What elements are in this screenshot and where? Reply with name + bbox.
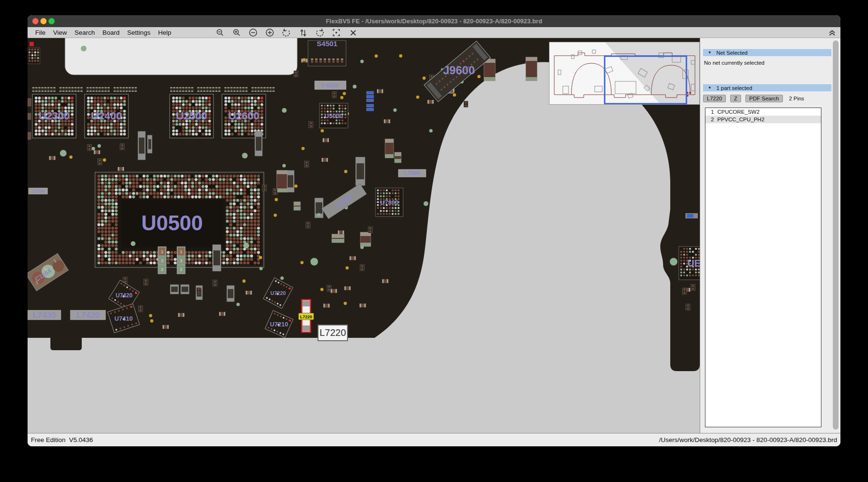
edition-version-label: Free Edition V5.0436 <box>31 436 93 443</box>
pin-net-name: CPUCORE_SW2 <box>717 109 760 115</box>
component-L7700: L7700 <box>29 188 48 194</box>
menu-search[interactable]: Search <box>71 29 99 36</box>
component-UE: UE <box>679 246 700 280</box>
main-content: U2300U2400U2500U2600U0500132132S4501J960… <box>28 38 840 433</box>
zoom-increase-icon[interactable] <box>265 28 274 37</box>
zoom-decrease-icon[interactable] <box>249 28 258 37</box>
zoom-out-icon[interactable] <box>215 28 224 37</box>
part-selected-header[interactable]: ▼ 1 part selected <box>703 84 831 91</box>
rotate-ccw-icon[interactable] <box>282 28 291 37</box>
flip-vertical-icon[interactable] <box>299 28 308 37</box>
svg-text:S4501: S4501 <box>317 39 337 48</box>
board-minimap[interactable] <box>549 42 700 105</box>
pin-number: 2 <box>705 117 714 122</box>
component-U5000: U5000 <box>319 103 348 128</box>
svg-text:UE: UE <box>687 258 700 268</box>
svg-text:L7960: L7960 <box>404 170 420 177</box>
component-L7430: L7430 <box>28 310 61 320</box>
svg-text:F4500: F4500 <box>322 82 339 89</box>
component-S4501: S4501 <box>308 39 346 66</box>
menu-bar: FileViewSearchBoardSettingsHelp <box>28 27 840 38</box>
svg-text:1: 1 <box>161 249 163 254</box>
net-selected-body: No net currently selected <box>703 56 840 84</box>
svg-text:3: 3 <box>180 258 182 263</box>
svg-text:L7700: L7700 <box>32 189 44 194</box>
collapse-triangle-icon: ▼ <box>708 50 712 55</box>
part-z-button[interactable]: Z <box>730 95 741 102</box>
pin-strip: 132 <box>177 246 185 274</box>
pin-net-name: PPVCC_CPU_PH2 <box>717 117 764 122</box>
pdf-search-button[interactable]: PDF Search <box>745 95 783 102</box>
svg-text:U2600: U2600 <box>229 110 260 122</box>
svg-text:U7800: U7800 <box>380 199 398 206</box>
menu-items: FileViewSearchBoardSettingsHelp <box>28 29 175 36</box>
component-U7800: U7800 <box>376 188 403 216</box>
svg-text:U7410: U7410 <box>115 315 133 322</box>
svg-text:U7220: U7220 <box>270 290 286 296</box>
net-selected-header[interactable]: ▼ Net Selected <box>703 49 831 56</box>
svg-text:U5000: U5000 <box>325 112 343 119</box>
svg-text:3: 3 <box>161 258 163 263</box>
desktop-background: FlexBV5 FE - /Users/work/Desktop/820-009… <box>0 0 868 482</box>
pins-count-label: 2 Pins <box>789 96 804 101</box>
svg-text:U2300: U2300 <box>39 110 70 122</box>
component-L7960: L7960 <box>398 169 426 177</box>
svg-text:U7420: U7420 <box>116 292 133 299</box>
menu-settings[interactable]: Settings <box>124 29 154 36</box>
svg-text:U2400: U2400 <box>91 110 122 122</box>
svg-text:2: 2 <box>180 267 182 272</box>
part-tooltip: L7220 <box>318 325 348 341</box>
minimap-drawing <box>550 42 699 104</box>
part-selected-title: 1 part selected <box>716 85 752 91</box>
center-view-icon[interactable] <box>332 28 341 37</box>
toolbar <box>215 27 357 38</box>
svg-text:U2500: U2500 <box>176 110 207 122</box>
pin-row[interactable]: 2PPVCC_CPU_PH2 <box>705 116 821 123</box>
close-board-icon[interactable] <box>348 28 357 37</box>
zoom-in-icon[interactable] <box>232 28 241 37</box>
component-U2300: U2300 <box>32 94 76 138</box>
status-bar: Free Edition V5.0436 /Users/work/Desktop… <box>28 433 840 446</box>
window-title: FlexBV5 FE - /Users/work/Desktop/820-009… <box>28 15 840 27</box>
net-selected-title: Net Selected <box>716 50 748 56</box>
part-ref-button[interactable]: L7220 <box>703 95 726 102</box>
title-bar: FlexBV5 FE - /Users/work/Desktop/820-009… <box>28 15 840 27</box>
component-U2500: U2500 <box>170 94 213 138</box>
menu-file[interactable]: File <box>31 29 49 36</box>
menu-view[interactable]: View <box>49 29 71 36</box>
svg-text:L7420: L7420 <box>77 311 99 320</box>
component-F4500: F4500 <box>315 81 346 89</box>
collapse-triangle-icon: ▼ <box>708 86 712 90</box>
menu-help[interactable]: Help <box>154 29 175 36</box>
svg-text:1: 1 <box>180 249 182 254</box>
pin-strip: 132 <box>158 246 166 274</box>
part-toolbar: L7220 Z PDF Search 2 Pins <box>703 94 840 103</box>
right-panel: ▼ Net Selected No net currently selected… <box>700 38 840 433</box>
component-U2400: U2400 <box>85 94 128 138</box>
svg-text:U0500: U0500 <box>141 211 203 235</box>
component-L7420: L7420 <box>70 310 106 320</box>
collapse-toolbar-icon[interactable] <box>828 28 837 37</box>
svg-text:J9600: J9600 <box>443 64 475 77</box>
pin-number: 1 <box>705 109 714 115</box>
app-window: FlexBV5 FE - /Users/work/Desktop/820-009… <box>28 15 840 446</box>
panel-scrollbar[interactable] <box>833 40 839 430</box>
pin-list[interactable]: 1CPUCORE_SW22PPVCC_CPU_PH2 <box>705 108 821 427</box>
svg-text:L7430: L7430 <box>33 311 56 320</box>
pin-row[interactable]: 1CPUCORE_SW2 <box>705 108 821 116</box>
file-path-label: /Users/work/Desktop/820-00923 - 820-0092… <box>659 436 837 443</box>
svg-text:L7220: L7220 <box>300 315 312 319</box>
board-canvas[interactable]: U2300U2400U2500U2600U0500132132S4501J960… <box>28 38 700 433</box>
rotate-cw-icon[interactable] <box>315 28 324 37</box>
menu-board[interactable]: Board <box>99 29 124 36</box>
svg-text:2: 2 <box>161 267 163 272</box>
svg-text:U7210: U7210 <box>270 321 288 328</box>
